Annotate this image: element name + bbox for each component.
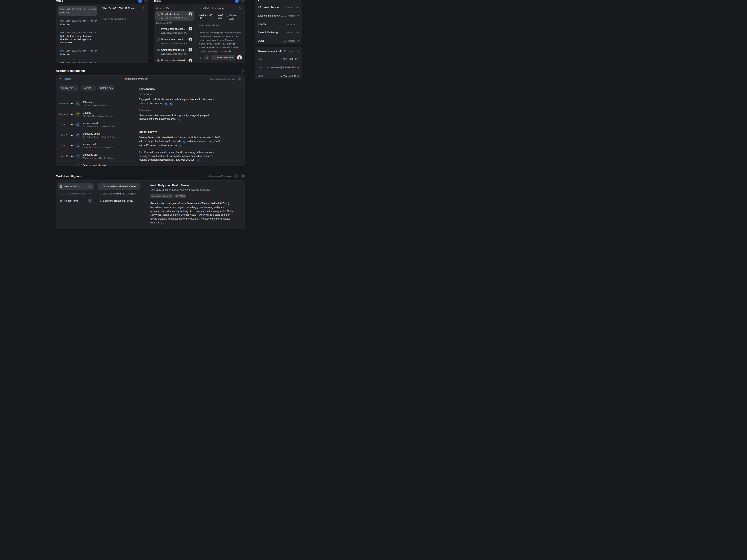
expand-icon[interactable] (240, 69, 245, 73)
activity-item-inbound-call[interactable]: Aug 23 Inbound callConnected: 3m 32s • D… (56, 143, 116, 152)
task-checkbox[interactable] (157, 13, 159, 16)
task-list-item[interactable]: Follow up with Michael (155, 57, 194, 63)
account-relationship-header: Account relationship (56, 69, 245, 73)
task-checkbox-done[interactable] (157, 49, 160, 51)
activity-tab[interactable]: Activity (63, 78, 71, 80)
task-checkbox-done[interactable] (157, 59, 160, 62)
outbound-call-icon[interactable] (179, 144, 182, 148)
contact-filter[interactable]: Contact (80, 85, 96, 90)
task-list-item[interactable]: Not completed task tit… Wed, Oct 5, 2024… (155, 36, 194, 46)
delete-task-button[interactable] (199, 56, 201, 59)
task-list-item[interactable]: Completed task title g… Wed, Oct 5, 2024… (155, 47, 194, 56)
activity-item-website-visit[interactable]: Dec 12, ’22 Detected website visitAlarms… (56, 164, 116, 166)
contact-summary: Listed as a contact in a closed lost opp… (139, 113, 222, 122)
mark-complete-button[interactable]: Mark complete (211, 55, 235, 60)
contact-link-josue-lopez[interactable]: Josue Lopez (139, 93, 153, 96)
assignee-avatar[interactable] (237, 55, 242, 60)
chevron-down-icon[interactable] (297, 23, 299, 25)
relationship-overview-tab[interactable]: Relationship overview (124, 78, 148, 80)
outbound-call-icon[interactable] (182, 140, 186, 144)
note-author: John Kim (88, 8, 97, 10)
note-timestamp: Wed, Oct 5, 2024, 10:24 am (60, 61, 86, 63)
note-list-item[interactable]: Wed, Oct 5, 2024, 10:24 am•John Kim Note… (58, 48, 97, 58)
task-list-item[interactable]: overdue task title goe… Wed, Oct 5, 2024… (155, 26, 194, 35)
notes-header: Notes (56, 0, 148, 3)
list-item-las-palmas[interactable]: 2. Las Palmas Housing Complex (98, 190, 140, 197)
account-relationship-title: Account relationship (56, 69, 85, 72)
activity-item-trial[interactable]: Yesterday $ $50k trialDecision • Dwight … (56, 101, 116, 110)
contact-summary: Engaged in multiple phone calls, indicat… (139, 98, 222, 106)
expand-icon[interactable] (240, 174, 245, 178)
contact-info-row[interactable]: Lab… michael.scott@dundermifflin.com (255, 63, 302, 72)
note-list-item[interactable]: Wed, Oct 5, 2024, 10:24 am•John Kim New … (58, 6, 97, 16)
duplicate-task-button[interactable] (204, 55, 209, 60)
link-icon[interactable] (160, 221, 163, 225)
contact-count: 11 contacts (283, 31, 295, 34)
detail-title: North Hollywood Health Center (150, 184, 233, 187)
assignee-avatar (188, 58, 192, 62)
note-date[interactable]: Wed, Oct 05, 202411:11 am (103, 7, 134, 10)
refresh-icon[interactable] (237, 77, 242, 81)
tab-leadership-changes[interactable]: Leadership changes 0 (58, 190, 94, 197)
list-item-skid-row[interactable]: 3. Skid Row Treatment Facility (98, 197, 140, 204)
chevron-down-icon[interactable] (297, 31, 299, 34)
list-item-north-hollywood[interactable]: 1. North Hollywood Health Center (98, 183, 140, 190)
tab-recent-news[interactable]: Recent news 5 (58, 197, 94, 204)
people-icon (60, 192, 63, 195)
note-list-item[interactable]: Wed, Oct 5, 2024, 10:24 am•John Kim Note… (58, 18, 97, 28)
activity-type-filter[interactable]: Activity type (58, 85, 79, 90)
refresh-icon[interactable] (234, 174, 239, 178)
relationship-overview-content: Key contacts Josue Lopez Engaged in mult… (116, 82, 244, 166)
task-checkbox[interactable] (157, 38, 159, 41)
department-row-information-technology[interactable]: Information Technol… 11 contacts (255, 3, 302, 12)
contact-info-row[interactable]: Label +1 (901) 234-5678 (255, 55, 302, 63)
activity-item-inbound-email[interactable]: Nov 01 Inbound emailRe: Schedule a… • Dw… (56, 122, 116, 131)
add-task-button[interactable] (235, 0, 239, 3)
outbound-email-icon[interactable] (197, 159, 200, 162)
activity-item-meeting[interactable]: Last Wed Meeting2 hr 30m 15s • Dwight Sc… (56, 111, 116, 121)
tab-new-locations[interactable]: New locations 3 (58, 183, 94, 190)
add-note-button[interactable] (138, 0, 143, 3)
contact-info-row[interactable]: Label +1 (901) 234-5678 (255, 72, 302, 79)
department-row-finance[interactable]: Finance 11 contacts (255, 20, 302, 28)
task-body-text: I hope you're doing well! I wanted to re… (199, 31, 241, 52)
chevron-up-icon[interactable] (297, 50, 299, 53)
note-list-item[interactable]: Wed, Oct 5, 2024, 10:24 am•John Kim Note… (58, 30, 97, 46)
departments-panel: Information Technol… 11 contacts Enginee… (255, 0, 302, 44)
note-list-item[interactable]: Wed, Oct 5, 2024, 10:24 am•John Kim Note… (58, 60, 97, 63)
chevron-down-icon[interactable] (297, 15, 299, 17)
task-body-greeting: Hi [Contact's Name], (199, 24, 241, 27)
task-date: Wed, Oct 5, 2024, 10:24 am (161, 42, 192, 45)
task-list-item[interactable]: Send LinkedIn Mes… Wed, Oct 5, 2024, 10:… (155, 11, 194, 21)
notable-only-toggle[interactable]: Notable only (98, 85, 115, 90)
contact-link-joe-materno[interactable]: Joe Materno (139, 109, 152, 112)
department-row-engineering[interactable]: Engineering & Techn… 11 contacts (255, 12, 302, 20)
outbound-call-icon[interactable] (169, 102, 173, 106)
task-body[interactable]: Hi [Contact's Name], I hope you're doing… (196, 21, 244, 52)
notes-menu-button[interactable] (144, 0, 148, 3)
outbound-call-icon[interactable] (164, 102, 168, 106)
task-due-time[interactable]: 6:00 am (218, 14, 226, 20)
tasks-menu-button[interactable] (240, 0, 245, 3)
delete-note-button[interactable] (142, 7, 145, 10)
task-checkbox-overdue[interactable] (157, 28, 159, 30)
activity-item-outbound-email[interactable]: Nov 01 Outbound emailRe: Schedule a… • D… (56, 132, 116, 141)
general-contact-info-header[interactable]: General contact info 11 contacts (255, 48, 302, 55)
department-row-sales-marketing[interactable]: Sales & Marketing 11 contacts (255, 28, 302, 37)
department-row-other[interactable]: Other 11 contacts (255, 37, 302, 44)
task-assignee-link[interactable]: Michael Scott (229, 14, 241, 20)
note-body-input[interactable]: Type @ to tag contacts (103, 18, 126, 20)
activity-item-outbound-call[interactable]: Aug 23 Outbound callWrong number • Dwigh… (56, 153, 116, 162)
phone-value: +1 (901) 234-5678 (279, 75, 299, 77)
phone-value: +1 (901) 234-5678 (279, 58, 299, 60)
inbound-email-icon (75, 122, 80, 127)
last-generated-label: Last generated 1 min ago (210, 78, 235, 80)
chevron-down-icon[interactable] (297, 6, 299, 9)
chevron-down-icon (74, 87, 77, 89)
dollar-icon[interactable]: $ (177, 118, 181, 122)
outbound-email-icon (75, 133, 80, 138)
chevron-down-icon[interactable] (297, 39, 299, 42)
note-author: John Kim (88, 31, 97, 34)
task-due-date[interactable]: Wed, Apr 05, 2025 (199, 14, 216, 20)
tasks-title: Tasks (154, 0, 161, 2)
